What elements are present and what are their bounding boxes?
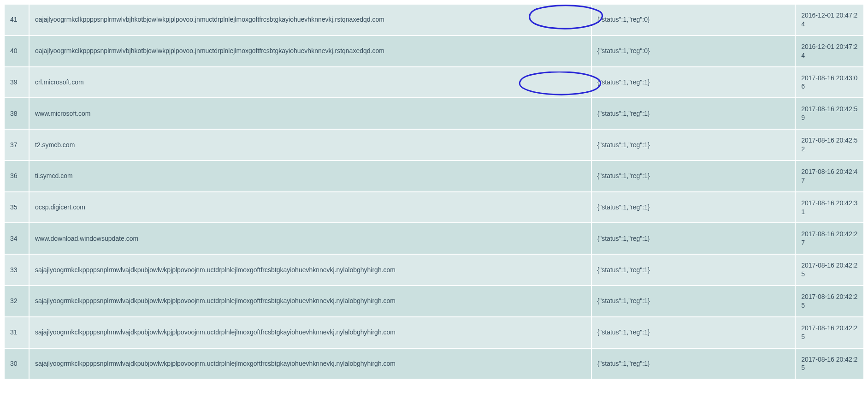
table-row[interactable]: 30sajajlyoogrmkclkppppsnplrmwlvajdkpubjo… (5, 349, 863, 379)
row-status: {"status":1,"reg":1} (592, 317, 795, 348)
table-row[interactable]: 38www.microsoft.com{"status":1,"reg":1}2… (5, 98, 863, 129)
row-host: sajajlyoogrmkclkppppsnplrmwlvajdkpubjowl… (30, 349, 591, 379)
row-date: 2017-08-16 20:42:25 (796, 317, 863, 348)
row-status: {"status":1,"reg":0} (592, 5, 795, 35)
row-status: {"status":1,"reg":1} (592, 349, 795, 379)
table-row[interactable]: 40oajajlyoogrmkclkppppsnplrmwlvbjhkotbjo… (5, 36, 863, 66)
table-row[interactable]: 39crl.microsoft.com{"status":1,"reg":1}2… (5, 67, 863, 98)
table-row[interactable]: 35ocsp.digicert.com{"status":1,"reg":1}2… (5, 192, 863, 223)
row-host: sajajlyoogrmkclkppppsnplrmwlvajdkpubjowl… (30, 286, 591, 316)
row-status: {"status":1,"reg":1} (592, 223, 795, 254)
table-row[interactable]: 34www.download.windowsupdate.com{"status… (5, 223, 863, 254)
row-date: 2017-08-16 20:42:31 (796, 192, 863, 223)
row-host: oajajlyoogrmkclkppppsnplrmwlvbjhkotbjowl… (30, 5, 591, 35)
row-status: {"status":1,"reg":1} (592, 286, 795, 316)
data-table: 41oajajlyoogrmkclkppppsnplrmwlvbjhkotbjo… (4, 4, 864, 380)
row-index: 31 (5, 317, 29, 348)
row-host: ti.symcd.com (30, 161, 591, 191)
row-date: 2017-08-16 20:42:59 (796, 98, 863, 129)
row-date: 2017-08-16 20:42:47 (796, 161, 863, 191)
row-date: 2017-08-16 20:42:27 (796, 223, 863, 254)
row-host: ocsp.digicert.com (30, 192, 591, 223)
row-host: t2.symcb.com (30, 130, 591, 160)
row-index: 32 (5, 286, 29, 316)
table-row[interactable]: 32sajajlyoogrmkclkppppsnplrmwlvajdkpubjo… (5, 286, 863, 316)
row-host: sajajlyoogrmkclkppppsnplrmwlvajdkpubjowl… (30, 255, 591, 285)
row-index: 35 (5, 192, 29, 223)
row-host: www.microsoft.com (30, 98, 591, 129)
row-host: crl.microsoft.com (30, 67, 591, 98)
table-row[interactable]: 41oajajlyoogrmkclkppppsnplrmwlvbjhkotbjo… (5, 5, 863, 35)
row-status: {"status":1,"reg":1} (592, 255, 795, 285)
row-date: 2017-08-16 20:42:25 (796, 286, 863, 316)
row-status: {"status":1,"reg":1} (592, 161, 795, 191)
row-date: 2017-08-16 20:42:25 (796, 349, 863, 379)
row-host: sajajlyoogrmkclkppppsnplrmwlvajdkpubjowl… (30, 317, 591, 348)
row-index: 37 (5, 130, 29, 160)
row-index: 36 (5, 161, 29, 191)
row-index: 40 (5, 36, 29, 66)
table-row[interactable]: 37t2.symcb.com{"status":1,"reg":1}2017-0… (5, 130, 863, 160)
row-index: 33 (5, 255, 29, 285)
row-host: www.download.windowsupdate.com (30, 223, 591, 254)
table-row[interactable]: 31sajajlyoogrmkclkppppsnplrmwlvajdkpubjo… (5, 317, 863, 348)
row-index: 34 (5, 223, 29, 254)
row-index: 38 (5, 98, 29, 129)
row-date: 2016-12-01 20:47:24 (796, 5, 863, 35)
row-status: {"status":1,"reg":1} (592, 98, 795, 129)
row-index: 41 (5, 5, 29, 35)
row-index: 30 (5, 349, 29, 379)
row-date: 2016-12-01 20:47:24 (796, 36, 863, 66)
row-host: oajajlyoogrmkclkppppsnplrmwlvbjhkotbjowl… (30, 36, 591, 66)
row-status: {"status":1,"reg":1} (592, 192, 795, 223)
row-status: {"status":1,"reg":1} (592, 130, 795, 160)
row-date: 2017-08-16 20:43:06 (796, 67, 863, 98)
table-row[interactable]: 33sajajlyoogrmkclkppppsnplrmwlvajdkpubjo… (5, 255, 863, 285)
table-row[interactable]: 36ti.symcd.com{"status":1,"reg":1}2017-0… (5, 161, 863, 191)
row-index: 39 (5, 67, 29, 98)
row-date: 2017-08-16 20:42:25 (796, 255, 863, 285)
row-date: 2017-08-16 20:42:52 (796, 130, 863, 160)
row-status: {"status":1,"reg":0} (592, 36, 795, 66)
row-status: {"status":1,"reg":1} (592, 67, 795, 98)
